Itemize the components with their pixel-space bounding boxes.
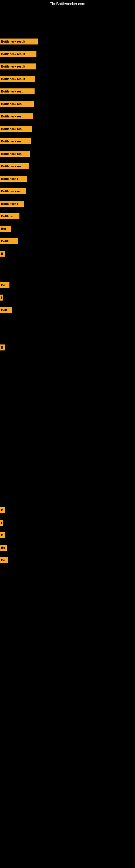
bottleneck-bar-label: Bottleneck resu (1, 140, 24, 143)
bottleneck-bar: B (0, 507, 5, 513)
bottleneck-bar: Bottlene (0, 213, 19, 219)
bottleneck-bar: | (0, 294, 3, 301)
bottleneck-bar-label: Bottleneck res (1, 152, 21, 155)
bottleneck-bar: Bottleneck resu (0, 88, 35, 94)
bottleneck-bar-label: Bottlen (1, 240, 11, 243)
site-title: TheBottlenecker.com (0, 0, 135, 8)
bottleneck-bar: Bottleneck res (0, 151, 30, 157)
bottleneck-bar: Bottleneck result (0, 51, 37, 57)
bottleneck-bar: Bot (0, 226, 11, 231)
bottleneck-bar-label: Bottleneck r (1, 177, 18, 180)
bottleneck-bar-label: B (1, 508, 3, 512)
bottleneck-bar: B (0, 251, 5, 257)
bottleneck-bar: Bott (0, 307, 12, 313)
bottleneck-bar: Bottlen (0, 238, 18, 244)
bottleneck-bar-label: Bottlene (1, 215, 13, 218)
bottleneck-bar-label: | (1, 296, 2, 299)
bottleneck-bar: Bottleneck r (0, 176, 27, 182)
bottleneck-bar-label: Bottleneck resu (1, 115, 24, 118)
bottleneck-bar-label: Bottleneck resu (1, 127, 24, 130)
bottleneck-bar: Bottleneck res (0, 163, 29, 169)
bottleneck-bar-label: Bo (1, 546, 5, 549)
bottleneck-bar: Bottleneck resu (0, 126, 32, 132)
bottleneck-bar-label: Bottleneck resu (1, 90, 24, 93)
bottleneck-bar: Bottleneck result (0, 76, 35, 82)
bottleneck-bar-label: Bottleneck result (1, 52, 25, 56)
bottleneck-bar: Bo (0, 282, 9, 288)
bottleneck-bar-label: Bottleneck result (1, 40, 25, 43)
bottleneck-bar: Bottleneck resu (0, 101, 34, 107)
bottleneck-bar-label: Bottleneck result (1, 77, 25, 81)
bottleneck-bar-label: Bottleneck re (1, 190, 20, 193)
bottleneck-bar: Bo (0, 557, 8, 563)
bottleneck-bar-label: B (1, 533, 3, 537)
bottleneck-bar-label: Bot (1, 227, 6, 230)
bottleneck-bar-label: Bottleneck res (1, 165, 21, 168)
bottleneck-bar: B (0, 344, 5, 350)
bottleneck-bar: Bottleneck r (0, 201, 24, 207)
bottleneck-bar-label: Bott (1, 308, 7, 312)
bottleneck-bar: Bottleneck resu (0, 138, 31, 144)
bottleneck-bar: Bottleneck result (0, 63, 36, 69)
bottleneck-bar: Bottleneck result (0, 38, 38, 44)
bottleneck-bar-label: Bo (1, 558, 5, 562)
bottleneck-bar: B (0, 532, 5, 538)
bottleneck-bar: Bottleneck resu (0, 113, 33, 119)
bottleneck-bar: | (0, 520, 3, 526)
bottleneck-bar-label: Bottleneck r (1, 202, 18, 205)
bottleneck-bar-label: Bo (1, 283, 5, 287)
bottleneck-bar-label: B (1, 346, 3, 349)
bottleneck-bar: Bo (0, 545, 7, 551)
bottleneck-bar-label: | (1, 521, 2, 524)
bottleneck-bar: Bottleneck re (0, 188, 26, 194)
bottleneck-bar-label: Bottleneck result (1, 65, 25, 68)
bottleneck-bar-label: B (1, 252, 3, 255)
bottleneck-bar-label: Bottleneck resu (1, 102, 24, 105)
